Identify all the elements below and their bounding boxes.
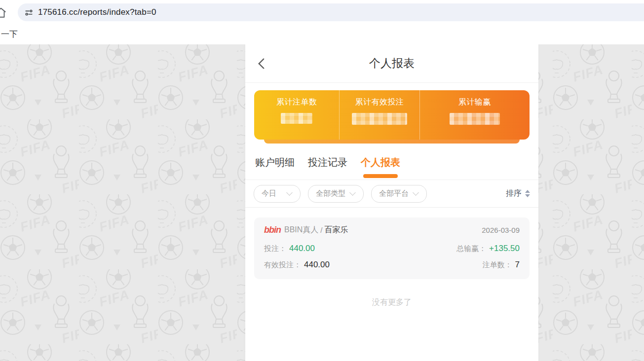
stats-card: 累计注单数 累计有效投注 累计输赢 <box>254 90 530 140</box>
tab-bet-records[interactable]: 投注记录 <box>308 156 347 180</box>
sort-asc-icon <box>525 190 530 193</box>
home-icon[interactable] <box>0 6 7 21</box>
stats-section: 累计注单数 累计有效投注 累计输赢 <box>245 83 538 144</box>
tab-personal-report[interactable]: 个人报表 <box>361 156 400 180</box>
valid-bet-value: 440.00 <box>304 260 330 270</box>
stat-total-valid-bet: 累计有效投注 <box>340 90 419 140</box>
winloss-label: 总输赢： <box>456 244 486 253</box>
address-bar[interactable]: 175616.cc/reports/index?tab=0 <box>18 3 644 21</box>
chevron-down-icon <box>286 189 293 196</box>
active-tab-underline <box>363 174 398 178</box>
screen: 175616.cc/reports/index?tab=0 一下 <box>0 0 644 361</box>
no-more-text: 没有更多了 <box>254 297 530 308</box>
chevron-down-icon <box>413 189 419 196</box>
censored-value <box>352 113 407 125</box>
censored-value <box>450 113 500 125</box>
date-filter-dropdown[interactable]: 今日 <box>254 185 301 203</box>
report-item-row: 有效投注： 440.00 注单数： 7 <box>264 260 520 270</box>
bet-count-label: 注单数： <box>483 260 512 270</box>
filter-bar: 今日 全部类型 全部平台 排序 <box>245 180 538 208</box>
tab-label: 个人报表 <box>361 157 400 168</box>
stat-total-winloss: 累计输赢 <box>420 90 530 140</box>
type-filter-dropdown[interactable]: 全部类型 <box>308 185 364 203</box>
tune-icon[interactable] <box>24 8 34 17</box>
stat-label: 累计输赢 <box>458 97 491 108</box>
panel-header: 个人报表 <box>245 44 538 83</box>
dropdown-value: 全部类型 <box>316 189 345 198</box>
tab-bar: 账户明细 投注记录 个人报表 <box>245 144 538 180</box>
report-item-row: 投注： 440.00 总输赢： +135.50 <box>264 244 520 253</box>
report-list-item[interactable]: bbin BBIN真人 / 百家乐 2026-03-09 投注： 440.00 … <box>254 217 530 279</box>
bet-label: 投注： <box>264 244 286 253</box>
dropdown-value: 全部平台 <box>379 189 409 198</box>
stat-total-bets: 累计注单数 <box>254 90 340 140</box>
bet-value: 440.00 <box>289 244 315 253</box>
report-item-header: bbin BBIN真人 / 百家乐 2026-03-09 <box>264 225 520 235</box>
sort-control[interactable]: 排序 <box>506 188 530 199</box>
tab-account-details[interactable]: 账户明细 <box>255 156 295 180</box>
report-list: bbin BBIN真人 / 百家乐 2026-03-09 投注： 440.00 … <box>245 208 538 308</box>
winloss-value: +135.50 <box>489 244 520 253</box>
stat-label: 累计注单数 <box>276 97 317 108</box>
stats-card-shadow-strip <box>264 140 520 144</box>
valid-bet-label: 有效投注： <box>264 260 301 270</box>
sort-desc-icon <box>525 194 530 197</box>
bet-count-group: 注单数： 7 <box>483 260 520 270</box>
separator: / <box>320 226 322 234</box>
bbin-logo: bbin <box>264 225 281 235</box>
bet-count-value: 7 <box>515 260 520 270</box>
browser-toolbar: 175616.cc/reports/index?tab=0 一下 <box>0 0 644 44</box>
cropped-page-text: 一下 <box>1 29 18 40</box>
chevron-down-icon <box>349 189 356 196</box>
dropdown-value: 今日 <box>262 189 276 198</box>
page-title: 个人报表 <box>245 56 538 71</box>
game-name: 百家乐 <box>325 225 348 235</box>
report-panel: 个人报表 累计注单数 累计有效投注 累计输赢 账户明细 <box>245 44 538 361</box>
provider-name: BBIN真人 <box>284 225 318 235</box>
censored-value <box>281 113 312 124</box>
platform-filter-dropdown[interactable]: 全部平台 <box>371 185 427 203</box>
stat-label: 累计有效投注 <box>355 97 404 108</box>
report-date: 2026-03-09 <box>482 226 520 234</box>
sort-arrows-icon <box>525 190 530 197</box>
sort-label: 排序 <box>506 188 522 199</box>
winloss-group: 总输赢： +135.50 <box>456 244 520 253</box>
url-text: 175616.cc/reports/index?tab=0 <box>38 7 156 17</box>
